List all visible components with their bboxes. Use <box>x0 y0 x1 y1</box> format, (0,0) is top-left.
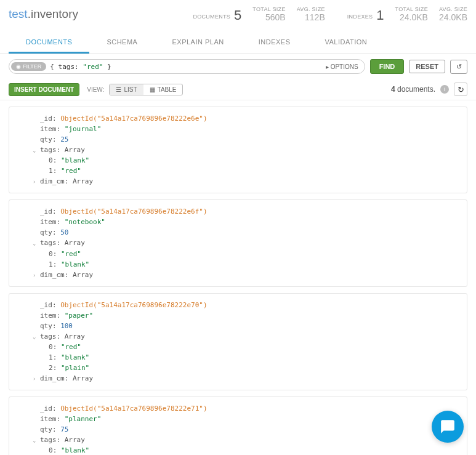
filter-bar: ◉ FILTER { tags: "red" } ▸ OPTIONS FIND … <box>0 54 476 79</box>
caret-down-icon[interactable]: ⌄ <box>33 437 36 445</box>
field-tags-item: 1: "blank" <box>40 352 458 363</box>
info-icon[interactable]: i <box>440 85 449 94</box>
stat-indexes: INDEXES 1 <box>347 9 384 22</box>
stat-documents: DOCUMENTS 5 <box>193 9 241 22</box>
field-item: item: "journal" <box>40 124 458 134</box>
tab-documents[interactable]: DOCUMENTS <box>9 32 89 54</box>
filter-badge: ◉ FILTER <box>11 62 46 71</box>
filter-query-text: { tags: "red" } <box>46 63 325 71</box>
list-icon: ☰ <box>116 86 121 93</box>
field-item: item: "notebook" <box>40 217 458 227</box>
insert-document-button[interactable]: INSERT DOCUMENT <box>9 83 79 96</box>
caret-right-icon: ▸ <box>326 63 329 70</box>
caret-down-icon[interactable]: ⌄ <box>33 240 36 248</box>
field-tags-item: 2: "plain" <box>40 363 458 373</box>
document-list: _id: ObjectId("5a14a17ca769896e78222e6e"… <box>0 107 476 455</box>
find-button[interactable]: FIND <box>370 59 405 74</box>
chat-fab[interactable] <box>432 411 464 443</box>
documents-count: 4 documents. <box>391 85 435 94</box>
caret-down-icon[interactable]: ⌄ <box>33 147 36 155</box>
document-card[interactable]: _id: ObjectId("5a14a17ca769896e78222e6f"… <box>9 199 467 286</box>
stat-idx-total-size: TOTAL SIZE 24.0KB <box>395 6 428 22</box>
header: test.inventory DOCUMENTS 5 TOTAL SIZE 56… <box>0 0 476 26</box>
field-qty: qty: 100 <box>40 321 458 331</box>
collection-name: .inventory <box>28 7 78 20</box>
document-card[interactable]: _id: ObjectId("5a14a17ca769896e78222e71"… <box>9 397 467 455</box>
history-button[interactable]: ↺ <box>450 60 467 74</box>
field-id: _id: ObjectId("5a14a17ca769896e78222e6f"… <box>40 206 458 217</box>
field-id: _id: ObjectId("5a14a17ca769896e78222e71"… <box>40 403 458 414</box>
namespace-title: test.inventory <box>9 7 78 21</box>
field-dim-cm: ›dim_cm: Array <box>40 373 458 384</box>
field-tags-item: 0: "blank" <box>40 445 458 455</box>
caret-right-icon[interactable]: › <box>33 178 36 187</box>
stat-idx-avg-size: AVG. SIZE 24.0KB <box>439 6 467 22</box>
chat-icon <box>440 419 456 435</box>
database-name: test <box>9 7 28 20</box>
refresh-button[interactable]: ↻ <box>454 83 467 96</box>
field-qty: qty: 25 <box>40 134 458 145</box>
field-tags: ⌄tags: Array <box>40 238 458 248</box>
stats-block: DOCUMENTS 5 TOTAL SIZE 560B AVG. SIZE 11… <box>193 6 467 22</box>
field-tags-item: 0: "red" <box>40 342 458 352</box>
tab-schema[interactable]: SCHEMA <box>89 32 155 54</box>
field-id: _id: ObjectId("5a14a17ca769896e78222e6e"… <box>40 113 458 124</box>
tabs: DOCUMENTS SCHEMA EXPLAIN PLAN INDEXES VA… <box>0 32 476 54</box>
field-dim-cm: ›dim_cm: Array <box>40 270 458 280</box>
stat-total-size: TOTAL SIZE 560B <box>252 6 285 22</box>
action-bar: INSERT DOCUMENT VIEW: ☰ LIST ▦ TABLE 4 d… <box>0 79 476 100</box>
field-item: item: "planner" <box>40 414 458 424</box>
field-qty: qty: 75 <box>40 424 458 435</box>
reset-button[interactable]: RESET <box>409 60 445 73</box>
tab-explain-plan[interactable]: EXPLAIN PLAN <box>155 32 241 54</box>
field-tags: ⌄tags: Array <box>40 435 458 445</box>
options-button[interactable]: ▸ OPTIONS <box>326 63 362 70</box>
field-item: item: "paper" <box>40 310 458 321</box>
field-qty: qty: 50 <box>40 227 458 238</box>
stat-avg-size: AVG. SIZE 112B <box>297 6 325 22</box>
filter-input[interactable]: ◉ FILTER { tags: "red" } ▸ OPTIONS <box>9 59 365 74</box>
refresh-icon: ↻ <box>458 85 464 94</box>
caret-right-icon[interactable]: › <box>33 375 36 384</box>
view-toggle: ☰ LIST ▦ TABLE <box>109 84 183 95</box>
field-tags-item: 0: "blank" <box>40 155 458 166</box>
document-card[interactable]: _id: ObjectId("5a14a17ca769896e78222e70"… <box>9 293 467 390</box>
field-tags-item: 1: "blank" <box>40 259 458 270</box>
view-label: VIEW: <box>87 86 104 93</box>
field-tags-item: 0: "red" <box>40 249 458 259</box>
caret-right-icon[interactable]: › <box>33 272 36 280</box>
table-icon: ▦ <box>150 86 155 93</box>
field-tags-item: 1: "red" <box>40 166 458 176</box>
field-dim-cm: ›dim_cm: Array <box>40 176 458 187</box>
field-tags: ⌄tags: Array <box>40 331 458 342</box>
tab-validation[interactable]: VALIDATION <box>308 32 385 54</box>
field-id: _id: ObjectId("5a14a17ca769896e78222e70"… <box>40 300 458 310</box>
tab-indexes[interactable]: INDEXES <box>241 32 308 54</box>
view-table-button[interactable]: ▦ TABLE <box>143 84 183 95</box>
caret-down-icon[interactable]: ⌄ <box>33 333 36 342</box>
view-list-button[interactable]: ☰ LIST <box>110 84 143 95</box>
funnel-icon: ◉ <box>16 63 21 70</box>
history-icon: ↺ <box>456 63 462 71</box>
document-card[interactable]: _id: ObjectId("5a14a17ca769896e78222e6e"… <box>9 107 467 193</box>
field-tags: ⌄tags: Array <box>40 145 458 155</box>
